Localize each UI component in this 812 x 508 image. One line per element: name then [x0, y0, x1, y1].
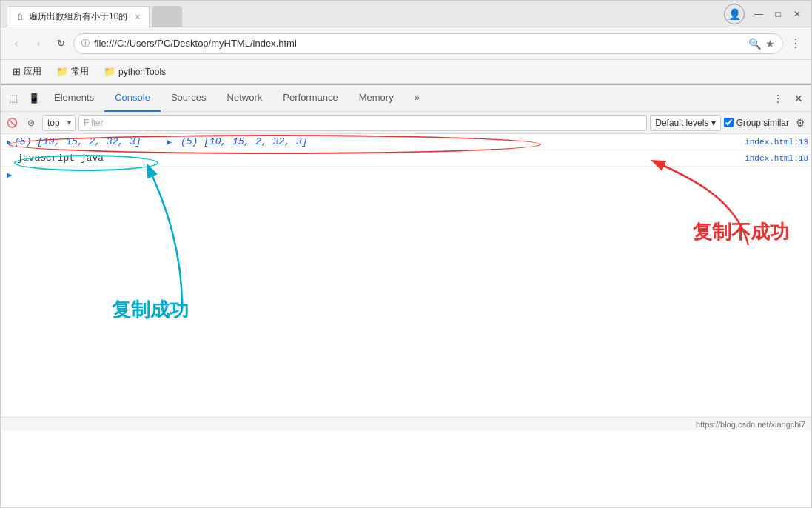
pythontools-folder-icon: 📁: [104, 66, 115, 77]
bookmark-pythontools[interactable]: 📁 pythonTools: [98, 64, 172, 78]
browser-window: 🗋 遍历出数组所有小于10的 × 👤 — □ ✕ ‹ › ↻ ⓘ file://…: [0, 0, 812, 508]
security-icon: ⓘ: [81, 38, 90, 49]
status-bar: https://blog.csdn.net/xiangchi7: [1, 417, 811, 430]
tab-close-button[interactable]: ×: [135, 12, 140, 22]
console-output: ▶ (5) [10, 15, 2, 32, 3] ▶ (5) [10, 15, …: [1, 134, 811, 417]
tab-sources[interactable]: Sources: [161, 85, 217, 112]
tab-elements[interactable]: Elements: [44, 85, 104, 112]
group-similar-label[interactable]: Group similar: [724, 118, 789, 128]
user-avatar[interactable]: 👤: [724, 4, 745, 24]
cyan-arrow-svg: [134, 164, 223, 312]
expand-arrow-1b[interactable]: ▶: [167, 138, 172, 147]
devtools-device-button[interactable]: 📱: [24, 89, 44, 108]
back-button[interactable]: ‹: [7, 34, 26, 53]
window-controls: — □ ✕: [751, 6, 805, 22]
devtools-tab-bar: ⬚ 📱 Elements Console Sources Network: [1, 85, 811, 112]
forward-button[interactable]: ›: [29, 34, 48, 53]
console-scope-select[interactable]: top: [42, 115, 76, 131]
apps-icon: ⊞: [13, 66, 21, 77]
tab-page-icon: 🗋: [16, 13, 24, 21]
title-bar: 🗋 遍历出数组所有小于10的 × 👤 — □ ✕: [1, 1, 811, 27]
bookmark-apps-label: 应用: [24, 65, 41, 78]
devtools-inspect-button[interactable]: ⬚: [4, 89, 23, 108]
new-tab-button[interactable]: [152, 6, 182, 27]
devtools-tabs: Elements Console Sources Network Perform…: [44, 85, 768, 112]
group-similar-checkbox[interactable]: [724, 118, 734, 127]
default-levels-button[interactable]: Default levels ▾: [650, 115, 720, 131]
array-text-1b: (5) [10, 15, 2, 32, 3]: [181, 136, 308, 147]
refresh-button[interactable]: ↻: [51, 34, 70, 53]
console-content-2: javascript java: [17, 153, 745, 164]
console-content-1: (5) [10, 15, 2, 32, 3] ▶ (5) [10, 15, 2,…: [14, 136, 745, 147]
cyan-annotation-text: 复制成功: [112, 297, 189, 323]
devtools-left-icons: ⬚ 📱: [4, 89, 44, 108]
common-folder-icon: 📁: [56, 66, 68, 77]
tab-console[interactable]: Console: [104, 85, 161, 112]
console-block-button[interactable]: ⊘: [23, 115, 39, 131]
file-ref-1[interactable]: index.html:13: [745, 138, 808, 147]
console-prompt-icon: ▶: [7, 170, 12, 181]
bookmark-pythontools-label: pythonTools: [118, 67, 166, 77]
address-icons: 🔍 ★: [748, 38, 775, 50]
console-row-1: ▶ (5) [10, 15, 2, 32, 3] ▶ (5) [10, 15, …: [1, 134, 811, 150]
console-clear-button[interactable]: 🚫: [4, 115, 20, 131]
tab-performance[interactable]: Performance: [272, 85, 348, 112]
console-toolbar: 🚫 ⊘ top ▼ Default levels ▾ Group similar…: [1, 112, 811, 134]
minimize-button[interactable]: —: [751, 6, 767, 22]
bookmark-common[interactable]: 📁 常用: [50, 64, 95, 79]
console-prompt-row: ▶: [1, 167, 811, 183]
scope-wrapper: top ▼: [42, 115, 76, 131]
expand-arrow-1[interactable]: ▶: [7, 138, 11, 147]
tab-memory[interactable]: Memory: [349, 85, 404, 112]
file-ref-2[interactable]: index.html:18: [745, 154, 808, 163]
devtools-more-button[interactable]: ⋮: [768, 89, 788, 108]
tab-more[interactable]: »: [404, 85, 430, 112]
console-filter-input[interactable]: [78, 115, 647, 131]
red-annotation-text: 复制不成功: [693, 219, 789, 245]
devtools-close-button[interactable]: ✕: [789, 89, 808, 108]
tab-area: 🗋 遍历出数组所有小于10的 ×: [7, 1, 724, 27]
devtools-panel: ⬚ 📱 Elements Console Sources Network: [1, 84, 811, 417]
close-button[interactable]: ✕: [789, 6, 805, 22]
bookmark-apps[interactable]: ⊞ 应用: [7, 64, 47, 79]
active-tab[interactable]: 🗋 遍历出数组所有小于10的 ×: [7, 6, 150, 27]
tab-title: 遍历出数组所有小于10的: [29, 10, 127, 23]
console-row-2: javascript java index.html:18: [1, 150, 811, 167]
browser-content: ⬚ 📱 Elements Console Sources Network: [1, 84, 811, 507]
maximize-button[interactable]: □: [770, 6, 786, 22]
address-text: file:///C:/Users/PC/Desktop/myHTML/index…: [94, 38, 744, 49]
tab-network[interactable]: Network: [217, 85, 273, 112]
console-settings-button[interactable]: ⚙: [792, 115, 808, 131]
bookmark-icon[interactable]: ★: [765, 38, 775, 50]
navigation-bar: ‹ › ↻ ⓘ file:///C:/Users/PC/Desktop/myHT…: [1, 27, 811, 60]
search-icon[interactable]: 🔍: [748, 38, 761, 50]
menu-button[interactable]: ⋮: [786, 34, 805, 53]
bookmarks-bar: ⊞ 应用 📁 常用 📁 pythonTools: [1, 60, 811, 84]
address-bar[interactable]: ⓘ file:///C:/Users/PC/Desktop/myHTML/ind…: [73, 33, 783, 54]
array-text-1: (5) [10, 15, 2, 32, 3]: [14, 136, 141, 147]
status-url: https://blog.csdn.net/xiangchi7: [696, 420, 805, 429]
bookmark-common-label: 常用: [71, 65, 89, 78]
devtools-actions: ⋮ ✕: [768, 89, 808, 108]
